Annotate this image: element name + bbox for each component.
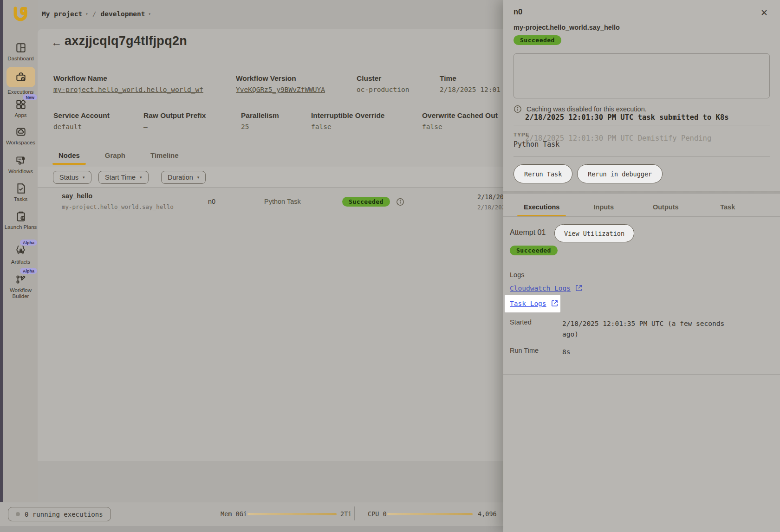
external-link-icon [575, 284, 583, 292]
sidebar-item-tasks[interactable]: Tasks [3, 182, 38, 202]
rerun-task-button[interactable]: Rerun Task [514, 164, 572, 183]
node-detail-panel: n0 ✕ my-project.hello_world.say_hello Su… [503, 0, 780, 532]
field-label: Workflow Name [53, 74, 203, 83]
field-label: Service Account [53, 111, 110, 120]
divider [503, 216, 780, 217]
close-icon[interactable]: ✕ [760, 7, 768, 18]
tab-nodes[interactable]: Nodes [52, 151, 86, 165]
tab-outputs[interactable]: Outputs [635, 194, 697, 217]
filter-duration[interactable]: Duration ▾ [161, 171, 206, 184]
filter-label: Status [59, 174, 78, 181]
field-value: oc-production [357, 86, 410, 93]
task-logs-link[interactable]: Task Logs [510, 299, 559, 307]
chevron-down-icon: ▾ [85, 12, 88, 16]
info-icon[interactable] [396, 198, 404, 206]
window-edge [0, 0, 3, 532]
panel-node-title: n0 [514, 7, 522, 16]
rerun-in-debugger-button[interactable]: Rerun in debugger [577, 164, 663, 183]
cloudwatch-logs-link[interactable]: Cloudwatch Logs [510, 284, 583, 292]
cpu-usage-bar [387, 513, 473, 515]
artifacts-icon [15, 245, 27, 257]
workflows-icon [15, 155, 27, 167]
workspaces-icon [15, 126, 27, 138]
link-label: Cloudwatch Logs [510, 285, 571, 292]
workflow-version-link[interactable]: YveKQGRz5_y9BWvZfWWUYA [236, 86, 325, 93]
chevron-down-icon: ▾ [149, 12, 151, 16]
sidebar-item-workflow-builder[interactable]: Alpha Workflow Builder [3, 273, 38, 299]
field-value: default [53, 123, 110, 130]
node-type: Python Task [264, 198, 301, 205]
info-icon [514, 105, 522, 113]
meta-parallelism: Parallelism 25 [241, 111, 279, 130]
filter-label: Start Time [105, 174, 136, 181]
log-line: 2/18/2025 12:01:30 PM UTC task submitted… [525, 113, 729, 122]
field-label: Time [440, 74, 500, 83]
link-label: Task Logs [510, 300, 546, 307]
running-executions-button[interactable]: 0 running executions [8, 507, 111, 521]
view-utilization-button[interactable]: View Utilization [554, 224, 634, 242]
node-id: n0 [208, 198, 215, 205]
field-value: 2/18/2025 12:01 [440, 86, 500, 93]
sidebar-item-executions[interactable]: Executions [3, 67, 38, 95]
panel-tabs: Executions Inputs Outputs Task [511, 194, 759, 217]
alpha-badge: Alpha [20, 268, 37, 274]
field-label: Interruptible Override [311, 111, 384, 120]
dashboard-icon [15, 42, 27, 54]
workflow-name-link[interactable]: my-project.hello_world.hello_world_wf [53, 86, 203, 93]
sidebar-item-label: Workflow Builder [3, 287, 38, 299]
union-logo[interactable] [11, 5, 30, 25]
sidebar-item-label: Launch Plans [3, 224, 38, 230]
field-label: Workflow Version [236, 74, 325, 83]
divider [514, 156, 770, 157]
sidebar-item-apps[interactable]: New Apps [3, 98, 38, 118]
workflow-builder-icon [15, 273, 27, 285]
run-time-label: Run Time [510, 347, 539, 354]
logs-section-label: Logs [510, 271, 524, 279]
sidebar: Dashboard Executions New Apps Workspaces [3, 0, 38, 532]
sidebar-item-launch-plans[interactable]: Launch Plans [3, 210, 38, 230]
tab-executions[interactable]: Executions [511, 194, 573, 217]
field-value: false [311, 123, 384, 130]
mem-max-label: 2Ti [340, 510, 351, 518]
meta-service-account: Service Account default [53, 111, 110, 130]
field-label: Overwrite Cached Out [422, 111, 498, 120]
cpu-max-label: 4,096 [478, 510, 497, 518]
sidebar-item-dashboard[interactable]: Dashboard [3, 42, 38, 62]
filter-start-time[interactable]: Start Time ▾ [98, 171, 149, 184]
breadcrumb-project[interactable]: My project ▾ [42, 10, 88, 18]
status-badge: Succeeded [510, 246, 558, 255]
new-badge: New [23, 94, 37, 100]
tab-graph[interactable]: Graph [99, 151, 131, 165]
run-time-value: 8s [562, 347, 570, 357]
sidebar-item-artifacts[interactable]: Alpha Artifacts [3, 245, 38, 265]
caching-note-text: Caching was disabled for this execution. [526, 105, 647, 113]
event-log-box: 2/18/2025 12:01:30 PM UTC task submitted… [514, 53, 770, 98]
sidebar-item-workspaces[interactable]: Workspaces [3, 126, 38, 146]
divider [503, 374, 780, 375]
tab-label: Outputs [650, 203, 682, 217]
execution-id-title: axzjjcqlq7g4tlfjpq2n [65, 34, 187, 48]
alpha-badge: Alpha [20, 240, 37, 246]
chevron-down-icon: ▾ [83, 175, 85, 180]
tab-label: Executions [521, 203, 562, 217]
divider [514, 125, 770, 125]
sidebar-item-workflows[interactable]: Workflows [3, 155, 38, 175]
tab-inputs[interactable]: Inputs [573, 194, 635, 217]
tab-task[interactable]: Task [697, 194, 759, 217]
mem-usage-bar [247, 513, 337, 515]
tab-label: Inputs [591, 203, 617, 217]
chevron-down-icon: ▾ [140, 175, 142, 180]
field-value: false [422, 123, 498, 130]
breadcrumb-domain-label: development [100, 10, 145, 18]
sidebar-item-label: Workflows [3, 169, 38, 175]
running-executions-label: 0 running executions [25, 511, 103, 518]
back-button[interactable]: ← [51, 36, 62, 49]
breadcrumb-domain[interactable]: development ▾ [100, 10, 150, 18]
meta-interruptible-override: Interruptible Override false [311, 111, 384, 130]
caching-note: Caching was disabled for this execution. [514, 105, 647, 113]
node-task-id: my-project.hello_world.say_hello [62, 203, 174, 210]
tab-timeline[interactable]: Timeline [144, 151, 185, 165]
filter-status[interactable]: Status ▾ [53, 171, 91, 184]
breadcrumb-separator: / [92, 10, 97, 18]
filter-label: Duration [168, 174, 193, 181]
